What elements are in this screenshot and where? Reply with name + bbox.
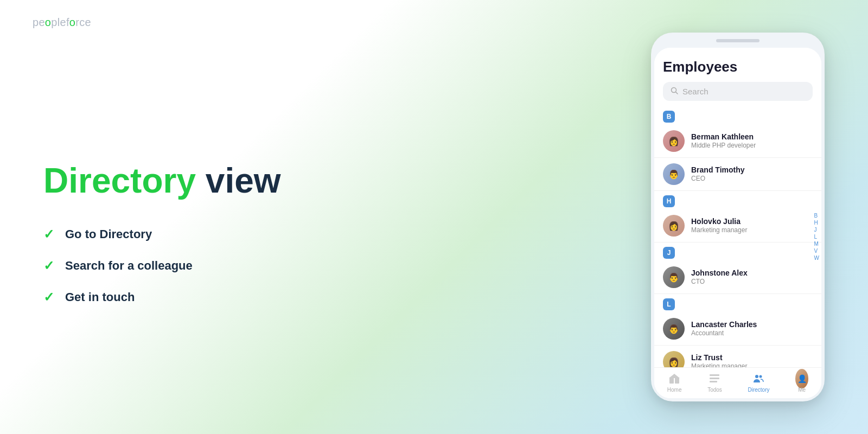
nav-item-todos[interactable]: Todos — [707, 372, 722, 393]
avatar: 👩 — [663, 130, 685, 152]
list-icon — [708, 372, 721, 385]
search-bar[interactable]: Search — [663, 82, 813, 101]
avatar: 👨 — [663, 266, 685, 288]
nav-item-directory[interactable]: Directory — [748, 372, 769, 393]
screen-header: Employees Search — [654, 48, 821, 106]
employee-name: Berman Kathleen — [691, 132, 813, 142]
svg-line-1 — [676, 92, 678, 94]
list-item[interactable]: 👩 Berman Kathleen Middle PHP developer — [654, 125, 821, 158]
list-item[interactable]: 👨 Brand Timothy CEO — [654, 158, 821, 191]
alphabetical-index[interactable]: B H J L M V W — [814, 213, 819, 261]
avatar: 👨 — [663, 163, 685, 185]
employee-info: Berman Kathleen Middle PHP developer — [691, 132, 813, 150]
nav-label-me: Me — [798, 387, 806, 393]
alpha-v[interactable]: V — [814, 248, 819, 254]
screen-title: Employees — [663, 59, 813, 75]
nav-label-todos: Todos — [707, 387, 722, 393]
avatar: 👩 — [663, 215, 685, 237]
section-label-b: B — [663, 111, 675, 123]
checklist-item-search: ✓ Search for a colleague — [43, 258, 336, 273]
list-item[interactable]: 👨 Johnstone Alex CTO — [654, 261, 821, 294]
employee-info: Liz Trust Marketing manager — [691, 353, 813, 367]
svg-rect-3 — [675, 378, 679, 384]
employee-info: Lancaster Charles Accountant — [691, 320, 813, 338]
home-icon — [668, 372, 681, 385]
checklist-item-touch: ✓ Get in touch — [43, 290, 336, 305]
list-item[interactable]: 👩 Liz Trust Marketing manager — [654, 346, 821, 367]
headline-dark: view — [196, 161, 281, 200]
search-icon — [671, 87, 678, 96]
check-icon-2: ✓ — [43, 258, 54, 273]
svg-rect-2 — [669, 378, 674, 384]
list-item[interactable]: 👨 Lancaster Charles Accountant — [654, 312, 821, 346]
search-placeholder: Search — [682, 87, 709, 96]
check-icon-1: ✓ — [43, 227, 54, 242]
employee-info: Johnstone Alex CTO — [691, 268, 813, 286]
svg-rect-7 — [710, 381, 717, 382]
employee-name: Lancaster Charles — [691, 320, 813, 329]
checklist-item-2-label: Search for a colleague — [65, 259, 193, 273]
logo-container: peopleforce — [33, 16, 91, 29]
alpha-w[interactable]: W — [814, 256, 819, 261]
nav-item-me[interactable]: 👤 Me — [795, 372, 808, 393]
svg-point-8 — [755, 375, 758, 378]
alpha-m[interactable]: M — [814, 241, 819, 247]
left-content: Directory view ✓ Go to Directory ✓ Searc… — [0, 97, 380, 337]
nav-label-directory: Directory — [748, 387, 769, 393]
main-headline: Directory view — [43, 162, 336, 200]
employee-role: CTO — [691, 278, 813, 286]
avatar: 👨 — [663, 318, 685, 340]
list-item[interactable]: 👩 Holovko Julia Marketing manager — [654, 209, 821, 242]
alpha-h[interactable]: H — [814, 220, 819, 226]
section-label-l: L — [663, 298, 675, 310]
alpha-b[interactable]: B — [814, 213, 819, 219]
employee-role: Marketing manager — [691, 362, 813, 367]
phone-notch — [716, 39, 760, 42]
checklist-item-directory: ✓ Go to Directory — [43, 227, 336, 242]
people-icon — [752, 372, 765, 385]
section-label-j: J — [663, 247, 675, 259]
phone-screen: Employees Search B 👩 — [654, 48, 821, 398]
employee-info: Holovko Julia Marketing manager — [691, 216, 813, 235]
phone-mockup-container: Employees Search B 👩 — [651, 11, 868, 423]
nav-label-home: Home — [667, 387, 682, 393]
phone-device: Employees Search B 👩 — [651, 33, 825, 401]
svg-point-9 — [760, 375, 762, 378]
alpha-l[interactable]: L — [814, 234, 819, 240]
nav-item-home[interactable]: Home — [667, 372, 682, 393]
employee-name: Brand Timothy — [691, 165, 813, 175]
employee-role: CEO — [691, 175, 813, 183]
headline-green: Directory — [43, 161, 196, 200]
svg-rect-5 — [710, 374, 719, 376]
check-icon-3: ✓ — [43, 290, 54, 305]
avatar: 👩 — [663, 351, 685, 367]
employee-role: Accountant — [691, 329, 813, 338]
svg-marker-4 — [669, 374, 680, 378]
employee-list: B 👩 Berman Kathleen Middle PHP developer… — [654, 106, 821, 367]
peopleforce-logo: peopleforce — [33, 16, 91, 29]
alpha-j[interactable]: J — [814, 227, 819, 233]
svg-rect-6 — [710, 378, 719, 379]
employee-role: Middle PHP developer — [691, 142, 813, 150]
employee-role: Marketing manager — [691, 226, 813, 235]
feature-checklist: ✓ Go to Directory ✓ Search for a colleag… — [43, 227, 336, 305]
employee-name: Holovko Julia — [691, 216, 813, 226]
me-icon: 👤 — [795, 372, 808, 385]
employee-name: Liz Trust — [691, 353, 813, 362]
checklist-item-3-label: Get in touch — [65, 290, 135, 304]
employee-name: Johnstone Alex — [691, 268, 813, 278]
checklist-item-1-label: Go to Directory — [65, 227, 152, 241]
section-label-h: H — [663, 195, 675, 207]
bottom-navigation: Home Todos — [654, 367, 821, 398]
employee-info: Brand Timothy CEO — [691, 165, 813, 183]
me-avatar: 👤 — [795, 369, 808, 388]
